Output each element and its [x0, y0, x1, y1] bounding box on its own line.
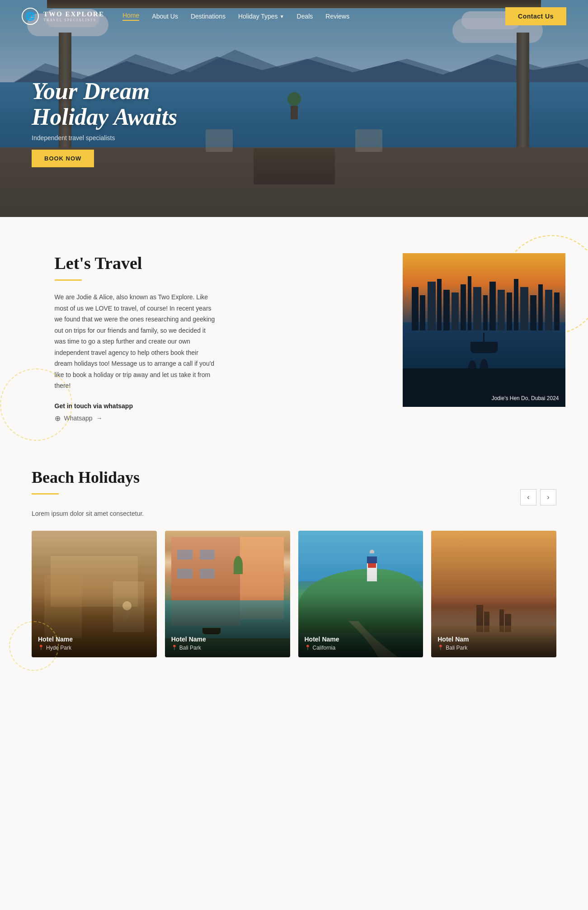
card-name-3: Hotel Name	[305, 636, 417, 643]
hero-content: Your Dream Holiday Awaits Independent tr…	[32, 78, 177, 167]
beach-card-2[interactable]: Hotel Name 📍 Bali Park	[165, 531, 290, 657]
svg-rect-20	[554, 292, 560, 330]
travel-body: We are Jodie & Alice, also known as Two …	[55, 292, 217, 391]
nav-links: Home About Us Destinations Holiday Types…	[122, 12, 505, 21]
pin-icon-4: 📍	[437, 645, 444, 651]
svg-rect-2	[412, 287, 419, 330]
svg-rect-8	[461, 284, 466, 330]
svg-rect-16	[520, 287, 528, 330]
carousel-next-button[interactable]: ›	[540, 489, 556, 505]
whatsapp-link[interactable]: ⊕ Whatsapp →	[55, 414, 376, 423]
beach-card-4[interactable]: Hotel Nam 📍 Bali Park	[431, 531, 556, 657]
logo-icon: 🌐	[22, 8, 39, 25]
chevron-down-icon: ▼	[280, 14, 284, 19]
hero-title: Your Dream Holiday Awaits	[32, 78, 177, 130]
svg-rect-18	[538, 284, 543, 330]
brand-name: TWO EXPLORE	[43, 10, 104, 18]
deco-circle-bottom	[0, 368, 72, 441]
beach-underline	[32, 493, 59, 495]
carousel-prev-button[interactable]: ‹	[520, 489, 536, 505]
travel-image-wrapper: Jodie's Hen Do, Dubai 2024	[403, 253, 565, 407]
cards-row: Hotel Name 📍 Hyde Park	[32, 531, 556, 657]
arrow-right-icon: →	[96, 415, 103, 422]
nav-about[interactable]: About Us	[152, 13, 178, 20]
book-now-button[interactable]: BOOK NOW	[32, 150, 94, 167]
card-info-4: Hotel Nam 📍 Bali Park	[431, 629, 556, 657]
beach-card-3[interactable]: Hotel Name 📍 California	[298, 531, 423, 657]
pin-icon-3: 📍	[305, 645, 311, 651]
nav-deals[interactable]: Deals	[297, 13, 313, 20]
svg-rect-6	[443, 290, 450, 330]
card-info-2: Hotel Name 📍 Bali Park	[165, 629, 290, 657]
svg-rect-10	[473, 287, 481, 330]
card-info-3: Hotel Name 📍 California	[298, 629, 423, 657]
svg-rect-7	[452, 292, 459, 330]
nav-holiday-types[interactable]: Holiday Types ▼	[238, 13, 284, 20]
contact-us-button[interactable]: Contact Us	[505, 7, 566, 25]
pin-icon-2: 📍	[171, 645, 178, 651]
svg-rect-4	[428, 282, 436, 330]
travel-image: Jodie's Hen Do, Dubai 2024	[403, 253, 565, 407]
image-caption: Jodie's Hen Do, Dubai 2024	[491, 395, 559, 401]
svg-rect-19	[545, 290, 552, 330]
card-location-2: 📍 Bali Park	[171, 645, 284, 651]
beach-section: Beach Holidays ‹ › Lorem ipsum dolor sit…	[0, 450, 588, 684]
svg-rect-17	[530, 295, 536, 330]
travel-text: Let's Travel We are Jodie & Alice, also …	[23, 253, 376, 423]
beach-heading: Beach Holidays	[32, 468, 140, 487]
nav-reviews[interactable]: Reviews	[325, 13, 349, 20]
card-location-4: 📍 Bali Park	[437, 645, 550, 651]
travel-section: Let's Travel We are Jodie & Alice, also …	[23, 217, 565, 450]
card-location-3: 📍 California	[305, 645, 417, 651]
site-logo[interactable]: 🌐 TWO EXPLORE TRAVEL SPECIALISTS	[22, 8, 104, 25]
svg-rect-14	[507, 292, 512, 330]
nav-destinations[interactable]: Destinations	[191, 13, 226, 20]
card-name-2: Hotel Name	[171, 636, 284, 643]
svg-rect-3	[420, 295, 425, 330]
heading-underline	[55, 279, 82, 281]
card-name-4: Hotel Nam	[437, 636, 550, 643]
carousel-controls: ‹ ›	[520, 489, 556, 505]
beach-description: Lorem ipsum dolor sit amet consectetur.	[32, 510, 556, 517]
svg-rect-12	[489, 282, 496, 330]
nav-home[interactable]: Home	[122, 12, 139, 21]
svg-rect-11	[483, 295, 488, 330]
svg-rect-13	[498, 290, 505, 330]
svg-rect-5	[437, 279, 442, 330]
brand-sub: TRAVEL SPECIALISTS	[43, 18, 104, 22]
deco-circle-cards	[9, 621, 59, 671]
whatsapp-label: Get in touch via whatsapp	[55, 402, 376, 410]
svg-rect-15	[514, 279, 518, 330]
hero-subtitle: Independent travel specialists	[32, 134, 177, 141]
svg-rect-9	[468, 276, 471, 330]
beach-header: Beach Holidays ‹ ›	[32, 468, 556, 505]
travel-heading: Let's Travel	[55, 253, 376, 273]
